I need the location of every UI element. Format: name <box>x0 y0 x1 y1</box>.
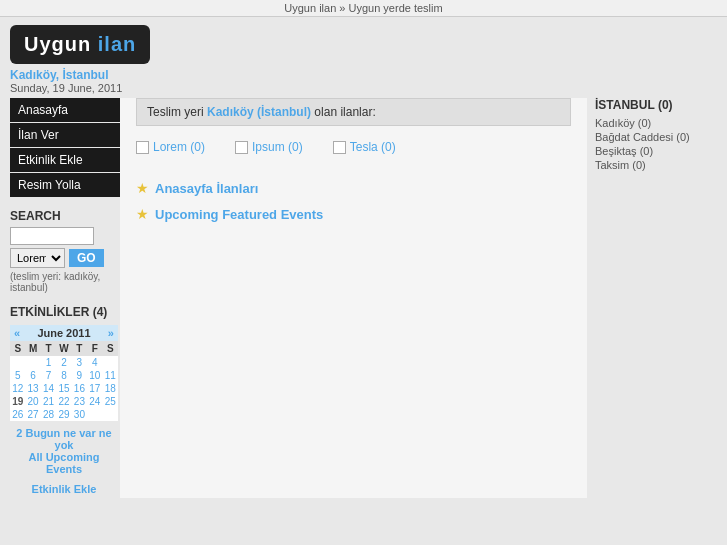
cal-day-link[interactable]: 13 <box>28 383 39 394</box>
cal-day <box>25 356 40 369</box>
cal-day[interactable]: 4 <box>87 356 102 369</box>
nav-ilan-ver[interactable]: İlan Ver <box>10 123 120 147</box>
cal-day-link[interactable]: 23 <box>74 396 85 407</box>
cal-th-w: W <box>56 341 71 356</box>
cal-day-link[interactable]: 6 <box>30 370 36 381</box>
cal-day-link[interactable]: 12 <box>12 383 23 394</box>
cal-day[interactable]: 19 <box>10 395 25 408</box>
cal-day[interactable]: 14 <box>41 382 56 395</box>
cal-day[interactable]: 30 <box>72 408 87 421</box>
center-content: Teslim yeri Kadıköy (İstanbul) olan ilan… <box>120 98 587 498</box>
cal-day-link[interactable]: 10 <box>89 370 100 381</box>
cal-prev[interactable]: « <box>14 327 20 339</box>
nav-resim-yolla[interactable]: Resim Yolla <box>10 173 120 197</box>
cal-day[interactable]: 10 <box>87 369 102 382</box>
cal-day <box>87 408 102 421</box>
cal-day[interactable]: 2 <box>56 356 71 369</box>
cal-day[interactable]: 7 <box>41 369 56 382</box>
cal-day-link[interactable]: 20 <box>28 396 39 407</box>
teslim-link[interactable]: Kadıköy (İstanbul) <box>207 105 311 119</box>
cal-day[interactable]: 25 <box>103 395 118 408</box>
nav-anasayfa[interactable]: Anasayfa <box>10 98 120 122</box>
search-row: Lorem GO <box>10 248 120 268</box>
cal-day[interactable]: 13 <box>25 382 40 395</box>
cal-day-link[interactable]: 29 <box>58 409 69 420</box>
istanbul-link-besiktas[interactable]: Beşiktaş (0) <box>595 145 653 157</box>
nav-menu: Anasayfa İlan Ver Etkinlik Ekle Resim Yo… <box>10 98 120 197</box>
featured-link-anasayfa[interactable]: Anasayfa İlanları <box>155 181 258 196</box>
cal-day[interactable]: 28 <box>41 408 56 421</box>
cal-day-link[interactable]: 14 <box>43 383 54 394</box>
cal-day[interactable]: 21 <box>41 395 56 408</box>
cal-day[interactable]: 26 <box>10 408 25 421</box>
cal-header: « June 2011 » <box>10 325 118 341</box>
header: Uygun ilan Kadıköy, İstanbul Sunday, 19 … <box>0 17 727 98</box>
cal-day[interactable]: 24 <box>87 395 102 408</box>
logo-part1: Uygun <box>24 33 91 55</box>
cal-day[interactable]: 20 <box>25 395 40 408</box>
cal-day-link[interactable]: 4 <box>92 357 98 368</box>
etkinlik-ekle-link[interactable]: Etkinlik Ekle <box>10 483 118 495</box>
cal-day-link[interactable]: 2 <box>61 357 67 368</box>
cal-day-link[interactable]: 27 <box>28 409 39 420</box>
cal-day-link[interactable]: 9 <box>77 370 83 381</box>
cat-checkbox-tesla[interactable] <box>333 141 346 154</box>
search-select[interactable]: Lorem <box>10 248 65 268</box>
cal-link-upcoming[interactable]: All Upcoming Events <box>10 451 118 475</box>
cal-day[interactable]: 29 <box>56 408 71 421</box>
cal-day[interactable]: 12 <box>10 382 25 395</box>
cal-day-link[interactable]: 28 <box>43 409 54 420</box>
cal-day-link[interactable]: 26 <box>12 409 23 420</box>
cal-day[interactable]: 9 <box>72 369 87 382</box>
search-input[interactable] <box>10 227 94 245</box>
cal-day[interactable]: 17 <box>87 382 102 395</box>
search-section: SEARCH Lorem GO (teslim yeri: kadıköy, i… <box>10 209 120 293</box>
cal-day[interactable]: 22 <box>56 395 71 408</box>
cal-day <box>103 356 118 369</box>
cal-next[interactable]: » <box>108 327 114 339</box>
featured-link-upcoming[interactable]: Upcoming Featured Events <box>155 207 323 222</box>
istanbul-link-bagdat[interactable]: Bağdat Caddesi (0) <box>595 131 690 143</box>
istanbul-list-item-taksim: Taksim (0) <box>595 158 717 172</box>
cal-day-link[interactable]: 22 <box>58 396 69 407</box>
cal-day-link[interactable]: 11 <box>105 370 116 381</box>
cal-th-s1: S <box>10 341 25 356</box>
cat-checkbox-lorem[interactable] <box>136 141 149 154</box>
cal-day-link[interactable]: 18 <box>105 383 116 394</box>
cal-day[interactable]: 3 <box>72 356 87 369</box>
istanbul-list-item-besiktas: Beşiktaş (0) <box>595 144 717 158</box>
search-button[interactable]: GO <box>69 249 104 267</box>
teslim-text: Teslim yeri <box>147 105 207 119</box>
cal-day-link[interactable]: 8 <box>61 370 67 381</box>
cat-checkbox-ipsum[interactable] <box>235 141 248 154</box>
cal-day-link[interactable]: 3 <box>77 357 83 368</box>
cal-day-link[interactable]: 16 <box>74 383 85 394</box>
cal-day-link[interactable]: 30 <box>74 409 85 420</box>
cal-day[interactable]: 27 <box>25 408 40 421</box>
cal-day[interactable]: 16 <box>72 382 87 395</box>
cal-day[interactable]: 1 <box>41 356 56 369</box>
cal-day[interactable]: 15 <box>56 382 71 395</box>
cal-day-link[interactable]: 1 <box>46 357 52 368</box>
cal-day[interactable]: 23 <box>72 395 87 408</box>
cal-day-link[interactable]: 25 <box>105 396 116 407</box>
cat-link-ipsum[interactable]: Ipsum (0) <box>252 140 303 154</box>
cal-day <box>10 356 25 369</box>
cat-link-lorem[interactable]: Lorem (0) <box>153 140 205 154</box>
cal-day-link[interactable]: 7 <box>46 370 52 381</box>
cal-day-link[interactable]: 15 <box>58 383 69 394</box>
cal-day[interactable]: 6 <box>25 369 40 382</box>
cal-day-link[interactable]: 21 <box>43 396 54 407</box>
cal-day[interactable]: 11 <box>103 369 118 382</box>
cal-day[interactable]: 18 <box>103 382 118 395</box>
cal-day[interactable]: 5 <box>10 369 25 382</box>
nav-etkinlik-ekle[interactable]: Etkinlik Ekle <box>10 148 120 172</box>
istanbul-link-kadikoy[interactable]: Kadıköy (0) <box>595 117 651 129</box>
cal-day-link[interactable]: 17 <box>89 383 100 394</box>
cal-link-today[interactable]: 2 Bugun ne var ne yok <box>10 427 118 451</box>
istanbul-link-taksim[interactable]: Taksim (0) <box>595 159 646 171</box>
cal-day-link[interactable]: 24 <box>89 396 100 407</box>
cat-link-tesla[interactable]: Tesla (0) <box>350 140 396 154</box>
cal-day[interactable]: 8 <box>56 369 71 382</box>
cal-day-link[interactable]: 5 <box>15 370 21 381</box>
